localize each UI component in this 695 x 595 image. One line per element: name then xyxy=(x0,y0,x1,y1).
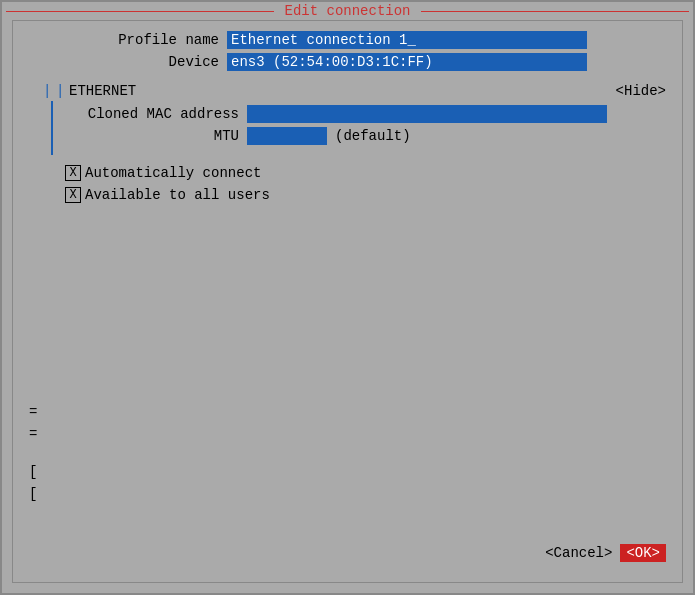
sidebar-tick-outer: | xyxy=(43,83,51,99)
all-users-row: X Available to all users xyxy=(65,187,666,203)
auto-connect-checkbox[interactable]: X xyxy=(65,165,81,181)
title-line-right xyxy=(421,11,689,12)
bottom-marks: [ [ xyxy=(29,464,37,502)
all-users-label: Available to all users xyxy=(85,187,270,203)
ethernet-title: ETHERNET xyxy=(69,83,136,99)
device-label: Device xyxy=(29,54,219,70)
hide-button[interactable]: <Hide> xyxy=(616,83,666,99)
title-line-left xyxy=(6,11,274,12)
ethernet-section: | | ETHERNET <Hide> Cloned MAC address M… xyxy=(29,83,666,145)
checkboxes-section: X Automatically connect X Available to a… xyxy=(65,165,666,203)
title-bar: Edit connection xyxy=(2,2,693,20)
mark-equals-1: = xyxy=(29,404,37,420)
ethernet-header: ETHERNET <Hide> xyxy=(69,83,666,99)
mtu-label: MTU xyxy=(69,128,239,144)
main-window: Edit connection Profile name Device | | … xyxy=(0,0,695,595)
profile-name-label: Profile name xyxy=(29,32,219,48)
mark-equals-2: = xyxy=(29,426,37,442)
profile-name-input[interactable] xyxy=(227,31,587,49)
mtu-default-text: (default) xyxy=(335,128,411,144)
mark-bracket-2: [ xyxy=(29,486,37,502)
ethernet-section-line xyxy=(51,101,53,155)
main-panel: Profile name Device | | ETHERNET <Hide> xyxy=(12,20,683,583)
sidebar-tick-inner: | xyxy=(56,83,64,99)
cloned-mac-row: Cloned MAC address xyxy=(69,105,666,123)
cloned-mac-input[interactable] xyxy=(247,105,607,123)
cancel-button[interactable]: <Cancel> xyxy=(545,545,612,561)
cloned-mac-label: Cloned MAC address xyxy=(69,106,239,122)
window-title: Edit connection xyxy=(278,3,416,19)
auto-connect-label: Automatically connect xyxy=(85,165,261,181)
device-row: Device xyxy=(29,53,666,71)
ok-button[interactable]: <OK> xyxy=(620,544,666,562)
left-marks: = = xyxy=(29,404,37,442)
bottom-buttons: <Cancel> <OK> xyxy=(545,544,666,562)
all-users-checkbox[interactable]: X xyxy=(65,187,81,203)
mtu-row: MTU (default) xyxy=(69,127,666,145)
auto-connect-row: X Automatically connect xyxy=(65,165,666,181)
mtu-input[interactable] xyxy=(247,127,327,145)
profile-name-row: Profile name xyxy=(29,31,666,49)
mark-bracket-1: [ xyxy=(29,464,37,480)
device-input[interactable] xyxy=(227,53,587,71)
